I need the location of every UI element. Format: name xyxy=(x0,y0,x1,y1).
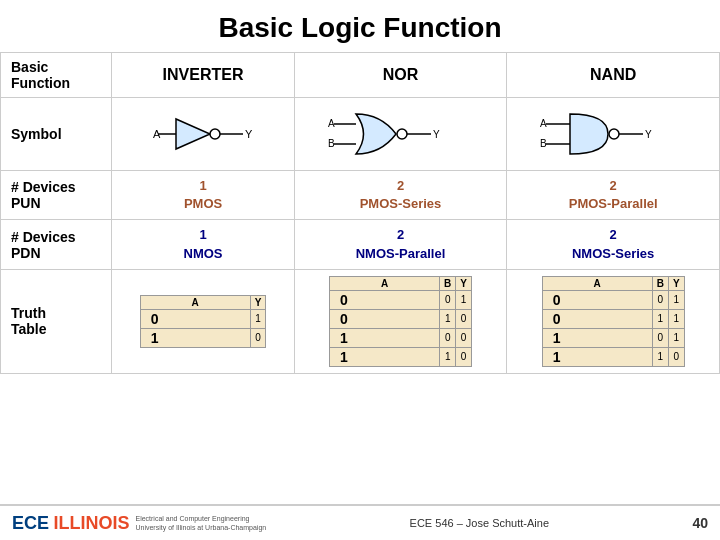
row-label-pun: # DevicesPUN xyxy=(1,171,112,220)
svg-text:A: A xyxy=(153,128,161,140)
svg-text:A: A xyxy=(540,118,547,129)
svg-text:Y: Y xyxy=(245,128,253,140)
nor-truth-table: ABY 001 010 100 110 xyxy=(294,269,507,373)
svg-marker-1 xyxy=(176,119,210,149)
nand-pdn: 2 NMOS-Series xyxy=(507,220,720,269)
nor-symbol: A B Y xyxy=(294,98,507,171)
svg-point-2 xyxy=(210,129,220,139)
col-header-nor: NOR xyxy=(294,53,507,98)
nor-pdn: 2 NMOS-Parallel xyxy=(294,220,507,269)
inverter-pun: 1 PMOS xyxy=(112,171,294,220)
nand-truth-table: ABY 001 011 101 110 xyxy=(507,269,720,373)
footer: ECE ILLINOIS Electrical and Computer Eng… xyxy=(0,504,720,540)
svg-point-8 xyxy=(397,129,407,139)
svg-point-15 xyxy=(609,129,619,139)
svg-text:B: B xyxy=(540,138,547,149)
svg-text:Y: Y xyxy=(433,129,440,140)
nand-symbol: A B Y xyxy=(507,98,720,171)
page-title: Basic Logic Function xyxy=(0,0,720,52)
col-header-nand: NAND xyxy=(507,53,720,98)
svg-text:Y: Y xyxy=(645,129,652,140)
footer-logo: ECE ILLINOIS Electrical and Computer Eng… xyxy=(12,513,266,534)
row-label-pdn: # DevicesPDN xyxy=(1,220,112,269)
logo-text: ECE ILLINOIS xyxy=(12,513,129,534)
nor-pun: 2 PMOS-Series xyxy=(294,171,507,220)
inverter-truth-table: AY 01 10 xyxy=(112,269,294,373)
row-label-symbol: Symbol xyxy=(1,98,112,171)
logo-ece: ECE xyxy=(12,513,49,533)
inverter-symbol: A Y xyxy=(112,98,294,171)
row-label-truth-table: TruthTable xyxy=(1,269,112,373)
footer-page-number: 40 xyxy=(692,515,708,531)
footer-dept: Electrical and Computer Engineering Univ… xyxy=(135,514,266,532)
logo-illinois: ILLINOIS xyxy=(53,513,129,533)
inverter-pdn: 1 NMOS xyxy=(112,220,294,269)
footer-course: ECE 546 – Jose Schutt-Aine xyxy=(410,517,549,529)
svg-text:B: B xyxy=(328,138,335,149)
col-header-inverter: INVERTER xyxy=(112,53,294,98)
nand-pun: 2 PMOS-Parallel xyxy=(507,171,720,220)
col-header-basic: Basic Function xyxy=(1,53,112,98)
svg-text:A: A xyxy=(328,118,335,129)
